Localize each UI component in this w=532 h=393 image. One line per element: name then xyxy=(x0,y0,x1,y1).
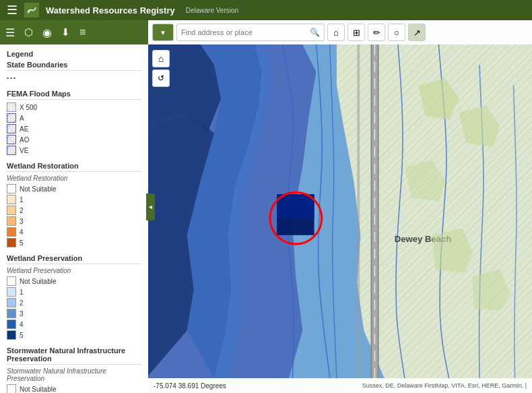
legend-section-stormwater: Stormwater Natural Infrastructure Preser… xyxy=(7,346,141,393)
legend-item-wr-4: 4 xyxy=(7,227,141,237)
legend-item-wp-not-suitable: Not Suitable xyxy=(7,276,141,286)
svg-marker-27 xyxy=(337,44,532,378)
legend-wetland-preserve-title: Wetland Preservation xyxy=(7,254,141,264)
legend-item-ve: VE xyxy=(7,146,141,155)
svg-point-0 xyxy=(28,10,30,13)
legend-section-wetland-restoration: Wetland Restoration Wetland Restoration … xyxy=(7,162,141,247)
svg-rect-19 xyxy=(277,194,314,218)
legend-item-a: A xyxy=(7,113,141,123)
coordinates-display: -75.074 38.691 Degrees xyxy=(154,382,226,390)
legend-item-wr-3: 3 xyxy=(7,216,141,226)
legend-item-wp-5: 5 xyxy=(7,330,141,340)
attribution-text: Sussex, DE, Delaware FirstMap, VITA, Esr… xyxy=(362,382,527,389)
legend-state-title: State Boundaries xyxy=(7,61,141,71)
legend-item-wp-3: 3 xyxy=(7,309,141,318)
legend-panel: Legend State Boundaries FEMA Flood Maps … xyxy=(0,44,148,393)
sidebar-collapse-button[interactable]: ◄ xyxy=(146,193,155,220)
legend-item-sw-not-suitable: Not Suitable xyxy=(7,384,141,393)
sidebar-location-icon[interactable]: ◉ xyxy=(42,26,52,39)
map-toolbar: ▼ 🔍 ⌂ ⊞ ✏ ○ ↗ xyxy=(148,20,532,44)
legend-item-wp-2: 2 xyxy=(7,298,141,307)
search-box[interactable]: 🔍 xyxy=(176,24,325,41)
app-header: ☰ Watershed Resources Registry Delaware … xyxy=(0,0,532,20)
sidebar-menu-icon[interactable]: ☰ xyxy=(5,26,15,39)
legend-title: Legend xyxy=(7,50,141,58)
legend-item-wr-1: 1 xyxy=(7,195,141,204)
legend-item-wr-2: 2 xyxy=(7,206,141,215)
legend-item-ao: AO xyxy=(7,135,141,144)
legend-fema-title: FEMA Flood Maps xyxy=(7,90,141,100)
arrow-button[interactable]: ↗ xyxy=(408,24,426,41)
legend-wetland-preserve-subtitle: Wetland Preservation xyxy=(7,267,141,274)
sidebar-list-icon[interactable]: ≡ xyxy=(79,26,86,38)
legend-stormwater-subtitle: Stormwater Natural Infrastructure Preser… xyxy=(7,367,141,382)
legend-item-wr-not-suitable: Not Suitable xyxy=(7,184,141,193)
search-input[interactable] xyxy=(181,28,310,36)
map-home-btn[interactable]: ⌂ xyxy=(152,50,170,67)
legend-item-wp-4: 4 xyxy=(7,320,141,329)
hamburger-icon[interactable]: ☰ xyxy=(7,3,18,18)
sidebar-layers-icon[interactable]: ⬡ xyxy=(24,26,33,38)
legend-stormwater-title: Stormwater Natural Infrastructure Preser… xyxy=(7,346,141,365)
map-locate-btn[interactable]: ↺ xyxy=(152,69,170,87)
legend-item-state-boundary xyxy=(7,73,141,83)
version-label: Delaware Version xyxy=(186,7,238,14)
home-button[interactable]: ⌂ xyxy=(327,24,345,41)
legend-item-ae: AE xyxy=(7,124,141,133)
draw-button[interactable]: ✏ xyxy=(368,24,385,41)
map-bottom-bar: -75.074 38.691 Degrees Sussex, DE, Delaw… xyxy=(148,378,532,393)
legend-item-wp-1: 1 xyxy=(7,287,141,297)
sidebar: ☰ ⬡ ◉ ⬇ ≡ Legend State Boundaries FEMA F… xyxy=(0,20,148,393)
legend-wetland-restore-subtitle: Wetland Restoration xyxy=(7,175,141,182)
dropdown-button[interactable]: ▼ xyxy=(152,24,174,41)
map-area[interactable]: ▼ 🔍 ⌂ ⊞ ✏ ○ ↗ xyxy=(148,20,532,393)
map-canvas[interactable]: Dewey Beach ⌂ ↺ xyxy=(148,44,532,378)
app-logo xyxy=(24,3,39,18)
app-title: Watershed Resources Registry xyxy=(46,5,175,16)
legend-section-state: State Boundaries xyxy=(7,61,141,83)
legend-item-x500: X 500 xyxy=(7,102,141,112)
legend-wetland-restore-title: Wetland Restoration xyxy=(7,162,141,172)
sidebar-download-icon[interactable]: ⬇ xyxy=(61,26,70,38)
sidebar-toolbar: ☰ ⬡ ◉ ⬇ ≡ xyxy=(0,20,148,44)
legend-section-wetland-preservation: Wetland Preservation Wetland Preservatio… xyxy=(7,254,141,340)
legend-section-fema: FEMA Flood Maps X 500 A AE AO xyxy=(7,90,141,155)
grid-button[interactable]: ⊞ xyxy=(347,24,365,41)
search-icon[interactable]: 🔍 xyxy=(310,28,320,37)
legend-item-wr-5: 5 xyxy=(7,238,141,247)
circle-button[interactable]: ○ xyxy=(388,24,405,41)
